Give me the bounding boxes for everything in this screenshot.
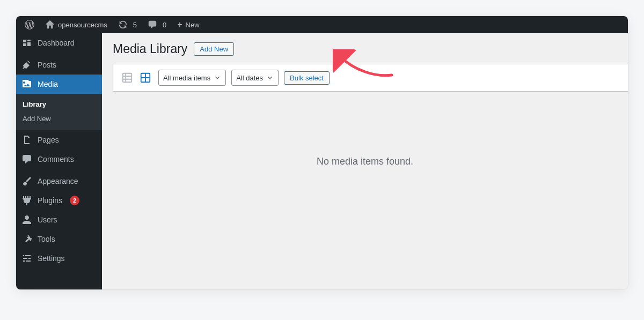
sidebar-label: Comments: [38, 155, 74, 163]
pin-icon: [21, 59, 32, 70]
media-icon: [21, 79, 32, 90]
filter-media-label: All media items: [163, 74, 210, 82]
add-new-button[interactable]: Add New: [194, 42, 234, 56]
comments-count: 0: [163, 21, 166, 29]
dashboard-icon: [21, 38, 32, 48]
admin-window: opensourcecms 5 0 + New Dashboard: [16, 16, 628, 289]
comment-icon: [21, 154, 32, 165]
media-toolbar: All media items All dates Bulk select: [113, 64, 628, 92]
sidebar-label: Appearance: [38, 177, 78, 185]
sidebar-label: Dashboard: [38, 39, 75, 47]
sidebar-item-tools[interactable]: Tools: [16, 229, 102, 249]
sidebar-label: Plugins: [38, 196, 62, 205]
filter-dates-label: All dates: [236, 74, 263, 82]
updates-count: 5: [133, 21, 137, 29]
sidebar-label: Media: [38, 80, 58, 88]
sidebar-item-dashboard[interactable]: Dashboard: [16, 33, 102, 53]
empty-state-message: No media items found.: [113, 156, 617, 167]
grid-view-button[interactable]: [138, 70, 153, 85]
wp-logo-menu[interactable]: [20, 16, 39, 33]
new-content-link[interactable]: + New: [173, 16, 203, 33]
sidebar-item-media[interactable]: Media: [16, 75, 102, 94]
chevron-down-icon: [266, 74, 274, 81]
admin-sidebar: Dashboard Posts Media Library Add New: [16, 33, 102, 289]
admin-bar: opensourcecms 5 0 + New: [16, 16, 628, 33]
date-filter[interactable]: All dates: [231, 70, 279, 86]
sidebar-label: Settings: [38, 254, 65, 263]
plugins-update-badge: 2: [70, 196, 79, 205]
svg-rect-0: [123, 73, 132, 83]
list-view-button[interactable]: [120, 70, 135, 85]
update-icon: [118, 20, 128, 29]
sidebar-item-plugins[interactable]: Plugins 2: [16, 191, 102, 210]
pages-icon: [21, 135, 32, 145]
chevron-down-icon: [214, 74, 221, 81]
sliders-icon: [21, 253, 32, 264]
main-content: Media Library Add New: [102, 33, 628, 289]
sidebar-label: Users: [38, 215, 57, 224]
sidebar-media-submenu: Library Add New: [16, 94, 102, 130]
wrench-icon: [21, 234, 32, 244]
site-name-text: opensourcecms: [58, 21, 107, 29]
wordpress-logo-icon: [25, 20, 34, 29]
view-mode-toggle: [120, 70, 153, 85]
comment-bubble-icon: [148, 20, 157, 29]
page-title: Media Library: [113, 42, 187, 56]
updates-link[interactable]: 5: [114, 16, 141, 33]
admin-body: Dashboard Posts Media Library Add New: [16, 33, 628, 289]
user-icon: [21, 214, 32, 225]
sidebar-item-comments[interactable]: Comments: [16, 150, 102, 169]
plug-icon: [21, 195, 32, 206]
plus-icon: +: [177, 20, 182, 29]
new-label: New: [186, 21, 200, 29]
home-icon: [45, 20, 55, 29]
sidebar-item-settings[interactable]: Settings: [16, 249, 102, 268]
media-type-filter[interactable]: All media items: [158, 70, 226, 86]
sidebar-item-pages[interactable]: Pages: [16, 130, 102, 150]
comments-link[interactable]: 0: [143, 16, 171, 33]
page-header: Media Library Add New: [113, 42, 617, 56]
submenu-item-add-new[interactable]: Add New: [16, 111, 102, 126]
sidebar-item-users[interactable]: Users: [16, 210, 102, 229]
bulk-select-button[interactable]: Bulk select: [284, 71, 330, 85]
sidebar-label: Tools: [38, 235, 55, 243]
submenu-item-library[interactable]: Library: [16, 97, 102, 111]
site-name-link[interactable]: opensourcecms: [41, 16, 112, 33]
sidebar-label: Posts: [38, 61, 56, 69]
sidebar-item-posts[interactable]: Posts: [16, 55, 102, 75]
sidebar-item-appearance[interactable]: Appearance: [16, 172, 102, 191]
sidebar-label: Pages: [38, 136, 59, 144]
brush-icon: [21, 176, 32, 187]
